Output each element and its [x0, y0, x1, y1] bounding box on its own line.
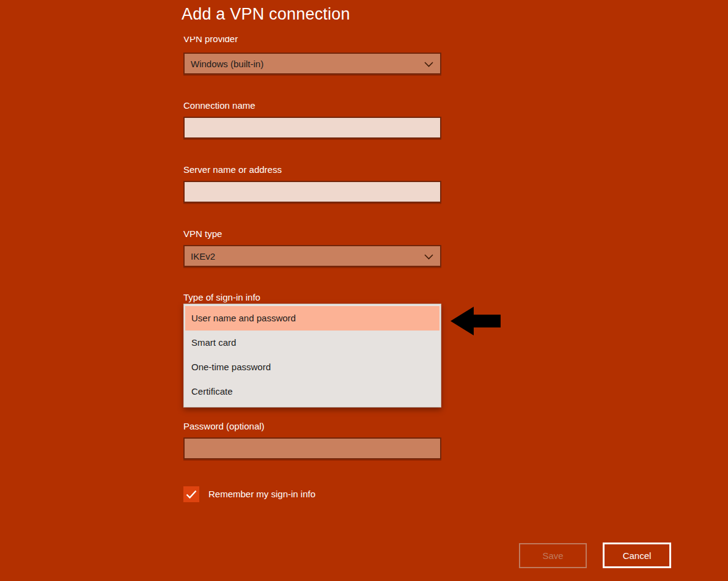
- cancel-button[interactable]: Cancel: [603, 543, 671, 568]
- check-icon: [186, 490, 197, 499]
- connection-name-label: Connection name: [183, 100, 256, 111]
- signin-type-dropdown-list: User name and password Smart card One-ti…: [183, 304, 441, 407]
- chevron-down-icon: [424, 62, 433, 67]
- server-name-input[interactable]: [183, 181, 441, 203]
- dropdown-option-user-name-and-password[interactable]: User name and password: [185, 306, 439, 331]
- vpn-type-value: IKEv2: [191, 251, 215, 261]
- chevron-down-icon: [424, 254, 433, 260]
- left-arrow-cursor: [450, 307, 501, 335]
- vpn-provider-value: Windows (built-in): [191, 59, 263, 69]
- dropdown-option-certificate[interactable]: Certificate: [184, 379, 441, 404]
- signin-type-label: Type of sign-in info: [183, 292, 260, 302]
- remember-signin-checkbox[interactable]: [183, 486, 199, 502]
- remember-signin-label: Remember my sign-in info: [208, 489, 315, 499]
- password-input[interactable]: [183, 437, 441, 459]
- dropdown-option-smart-card[interactable]: Smart card: [184, 331, 441, 355]
- password-label: Password (optional): [183, 421, 265, 431]
- dropdown-option-one-time-password[interactable]: One-time password: [184, 355, 441, 379]
- vpn-provider-label: VPN provider: [183, 37, 379, 46]
- server-name-label: Server name or address: [183, 164, 282, 175]
- connection-name-input[interactable]: [183, 117, 441, 139]
- save-button[interactable]: Save: [519, 543, 587, 568]
- vpn-provider-select[interactable]: Windows (built-in): [183, 53, 441, 75]
- page-title: Add a VPN connection: [182, 5, 350, 24]
- add-vpn-connection-flyout: { "title": "Add a VPN connection", "fiel…: [0, 0, 728, 581]
- vpn-type-label: VPN type: [183, 228, 222, 239]
- vpn-type-select[interactable]: IKEv2: [183, 245, 441, 267]
